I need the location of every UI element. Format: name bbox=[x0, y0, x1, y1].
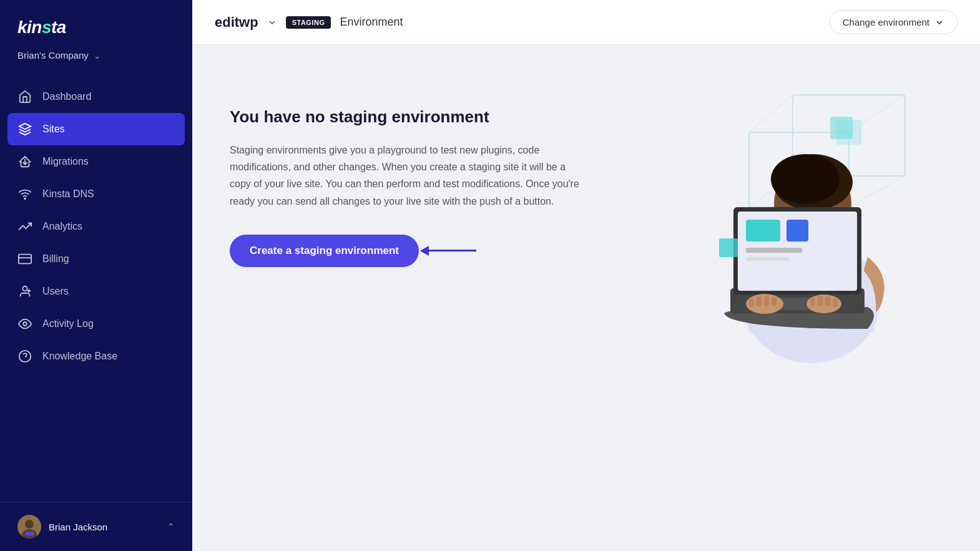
sidebar-item-sites[interactable]: Sites bbox=[7, 113, 185, 145]
sidebar-nav: Dashboard Sites bbox=[0, 76, 192, 502]
cta-wrapper: Create a staging environment bbox=[230, 235, 579, 267]
migrations-icon bbox=[17, 154, 32, 169]
analytics-icon bbox=[17, 219, 32, 234]
user-profile[interactable]: Brian Jackson ⌃ bbox=[0, 502, 192, 551]
environment-label: Environment bbox=[340, 16, 403, 29]
svg-rect-24 bbox=[830, 117, 853, 139]
sidebar-item-label: Activity Log bbox=[42, 318, 94, 329]
sidebar-item-users[interactable]: Users bbox=[0, 275, 192, 308]
logo-area: kinsta bbox=[0, 0, 192, 45]
svg-rect-16 bbox=[25, 532, 34, 535]
page-title: You have no staging environment bbox=[230, 107, 579, 127]
svg-rect-5 bbox=[19, 255, 31, 264]
sidebar-item-analytics[interactable]: Analytics bbox=[0, 210, 192, 243]
sidebar-item-label: Knowledge Base bbox=[42, 351, 117, 362]
chevron-up-icon: ⌃ bbox=[167, 522, 175, 532]
user-info: Brian Jackson bbox=[17, 515, 107, 539]
svg-rect-44 bbox=[810, 297, 815, 306]
layers-icon bbox=[17, 122, 32, 137]
svg-point-4 bbox=[24, 198, 26, 199]
change-environment-button[interactable]: Change environment bbox=[830, 10, 958, 34]
content-left: You have no staging environment Staging … bbox=[230, 95, 579, 267]
change-env-label: Change environment bbox=[843, 17, 929, 27]
svg-rect-42 bbox=[764, 296, 769, 306]
sidebar-item-knowledge-base[interactable]: Knowledge Base bbox=[0, 340, 192, 373]
main-content: editwp STAGING Environment Change enviro… bbox=[192, 0, 980, 551]
sidebar-item-label: Sites bbox=[42, 124, 65, 135]
sidebar-item-migrations[interactable]: Migrations bbox=[0, 145, 192, 178]
staging-description: Staging environments give you a playgrou… bbox=[230, 142, 579, 210]
sidebar-item-billing[interactable]: Billing bbox=[0, 243, 192, 275]
svg-rect-41 bbox=[757, 296, 762, 306]
svg-rect-43 bbox=[772, 297, 777, 306]
sidebar-item-label: Migrations bbox=[42, 156, 89, 167]
svg-point-7 bbox=[22, 286, 27, 291]
arrow-indicator bbox=[426, 250, 476, 251]
svg-rect-36 bbox=[746, 257, 790, 261]
svg-point-14 bbox=[25, 520, 34, 529]
svg-rect-40 bbox=[749, 298, 754, 307]
arrow-line bbox=[426, 250, 476, 251]
user-name: Brian Jackson bbox=[49, 522, 107, 532]
sidebar-item-label: Billing bbox=[42, 253, 69, 265]
eye-icon bbox=[17, 316, 32, 331]
svg-rect-33 bbox=[746, 220, 780, 241]
company-selector[interactable]: Brian's Company ⌄ bbox=[0, 45, 192, 76]
svg-rect-47 bbox=[833, 298, 838, 307]
svg-line-19 bbox=[749, 95, 793, 132]
chevron-down-icon: ⌄ bbox=[94, 51, 101, 61]
create-staging-button[interactable]: Create a staging environment bbox=[230, 235, 419, 267]
sidebar-item-label: Kinsta DNS bbox=[42, 188, 94, 200]
illustration bbox=[668, 82, 930, 363]
staging-badge: STAGING bbox=[286, 16, 331, 29]
svg-rect-45 bbox=[818, 296, 823, 306]
svg-rect-46 bbox=[825, 296, 830, 306]
sidebar-item-label: Users bbox=[42, 286, 69, 297]
logo: kinsta bbox=[17, 17, 175, 37]
users-icon bbox=[17, 284, 32, 299]
sidebar: kinsta Brian's Company ⌄ Dashboard bbox=[0, 0, 192, 551]
svg-line-21 bbox=[849, 176, 905, 207]
home-icon bbox=[17, 89, 32, 104]
header-left: editwp STAGING Environment bbox=[215, 14, 403, 31]
svg-rect-48 bbox=[719, 238, 738, 257]
svg-rect-34 bbox=[786, 220, 808, 241]
svg-marker-0 bbox=[19, 124, 31, 129]
page-header: editwp STAGING Environment Change enviro… bbox=[192, 0, 980, 45]
site-dropdown[interactable] bbox=[267, 17, 277, 27]
site-name: editwp bbox=[215, 14, 258, 31]
sidebar-item-dashboard[interactable]: Dashboard bbox=[0, 80, 192, 113]
dns-icon bbox=[17, 187, 32, 202]
sidebar-item-label: Analytics bbox=[42, 221, 82, 232]
company-name: Brian's Company bbox=[17, 50, 89, 61]
sidebar-item-activity-log[interactable]: Activity Log bbox=[0, 308, 192, 340]
help-circle-icon bbox=[17, 349, 32, 364]
sidebar-item-kinsta-dns[interactable]: Kinsta DNS bbox=[0, 178, 192, 210]
avatar bbox=[17, 515, 41, 539]
svg-rect-35 bbox=[746, 248, 802, 253]
svg-point-28 bbox=[771, 154, 840, 204]
billing-icon bbox=[17, 251, 32, 266]
chevron-down-icon bbox=[934, 17, 944, 27]
content-area: You have no staging environment Staging … bbox=[192, 45, 980, 551]
sidebar-item-label: Dashboard bbox=[42, 91, 91, 102]
svg-point-10 bbox=[23, 322, 27, 326]
chevron-down-icon bbox=[267, 17, 277, 27]
